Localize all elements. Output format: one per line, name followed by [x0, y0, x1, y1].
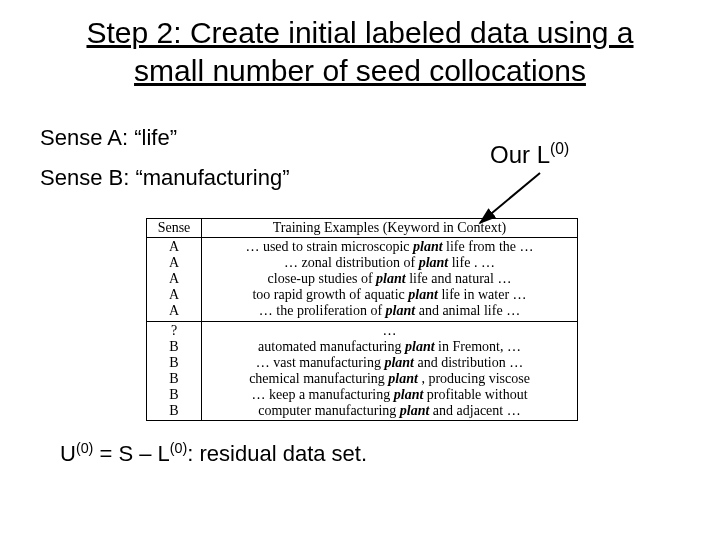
residual-equation: U(0) = S – L(0): residual data set.	[60, 440, 367, 467]
example-b4: … keep a manufacturing plant profitable …	[206, 387, 573, 403]
example-b3: chemical manufacturing plant , producing…	[206, 371, 573, 387]
table-header-row: Sense Training Examples (Keyword in Cont…	[147, 219, 578, 238]
example-a4: too rapid growth of aquatic plant life i…	[206, 287, 573, 303]
example-bq: …	[206, 323, 573, 339]
example-a5: … the proliferation of plant and animal …	[206, 303, 573, 319]
keyword: plant	[419, 255, 449, 270]
examples-table: Sense Training Examples (Keyword in Cont…	[146, 218, 578, 421]
our-l-label: Our L(0)	[490, 140, 569, 169]
example-a2: … zonal distribution of plant life . …	[206, 255, 573, 271]
title-line-2: small number of seed collocations	[134, 54, 586, 87]
sense-col-a: A A A A A	[147, 238, 202, 321]
example-b1: automated manufacturing plant in Fremont…	[206, 339, 573, 355]
keyword: plant	[413, 239, 443, 254]
sense-col-b: ? B B B B B	[147, 321, 202, 421]
our-l-sup: (0)	[550, 140, 569, 157]
keyword: plant	[408, 287, 438, 302]
keyword: plant	[400, 403, 430, 418]
residual-mid: = S – L	[93, 441, 169, 466]
example-b2: … vast manufacturing plant and distribut…	[206, 355, 573, 371]
keyword: plant	[376, 271, 406, 286]
sense-b-label: Sense B: “manufacturing”	[40, 165, 289, 191]
keyword: plant	[388, 371, 418, 386]
slide-title: Step 2: Create initial labeled data usin…	[50, 14, 670, 89]
sense-a-label: Sense A: “life”	[40, 125, 177, 151]
examples-table-wrap: Sense Training Examples (Keyword in Cont…	[146, 218, 578, 421]
header-examples: Training Examples (Keyword in Context)	[202, 219, 578, 238]
table-row: ? B B B B B … automated manufacturing pl…	[147, 321, 578, 421]
u-sup: (0)	[76, 440, 93, 456]
examples-col-b: … automated manufacturing plant in Fremo…	[202, 321, 578, 421]
slide: Step 2: Create initial labeled data usin…	[0, 0, 720, 540]
our-l-prefix: Our L	[490, 141, 550, 168]
example-b5: computer manufacturing plant and adjacen…	[206, 403, 573, 419]
svg-line-0	[480, 173, 540, 223]
title-line-1: Step 2: Create initial labeled data usin…	[86, 16, 633, 49]
keyword: plant	[405, 339, 435, 354]
keyword: plant	[394, 387, 424, 402]
examples-col-a: … used to strain microscopic plant life …	[202, 238, 578, 321]
residual-tail: : residual data set.	[187, 441, 367, 466]
keyword: plant	[384, 355, 414, 370]
example-a1: … used to strain microscopic plant life …	[206, 239, 573, 255]
l-sup: (0)	[170, 440, 187, 456]
example-a3: close-up studies of plant life and natur…	[206, 271, 573, 287]
header-sense: Sense	[147, 219, 202, 238]
table-row: A A A A A … used to strain microscopic p…	[147, 238, 578, 321]
keyword: plant	[386, 303, 416, 318]
